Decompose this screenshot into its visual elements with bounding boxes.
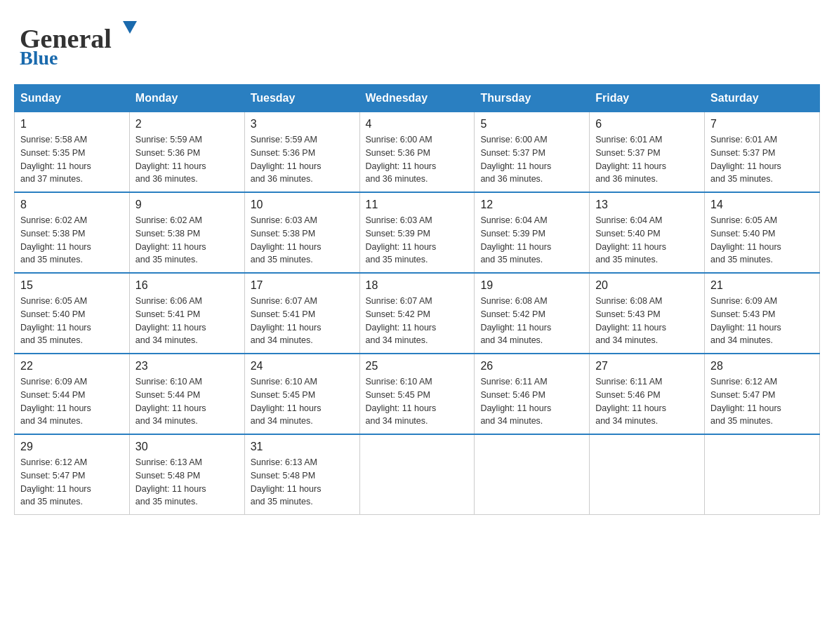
day-number: 26: [480, 360, 583, 373]
day-info: Sunrise: 6:11 AM Sunset: 5:46 PM Dayligh…: [595, 375, 699, 428]
calendar-header-row: SundayMondayTuesdayWednesdayThursdayFrid…: [15, 85, 820, 112]
day-number: 16: [135, 279, 239, 292]
day-info: Sunrise: 6:01 AM Sunset: 5:37 PM Dayligh…: [710, 133, 814, 186]
day-info: Sunrise: 6:09 AM Sunset: 5:44 PM Dayligh…: [20, 375, 124, 428]
header-wednesday: Wednesday: [359, 85, 475, 112]
header-tuesday: Tuesday: [244, 85, 359, 112]
calendar-cell: 19 Sunrise: 6:08 AM Sunset: 5:42 PM Dayl…: [475, 273, 590, 354]
day-number: 18: [366, 279, 469, 292]
calendar-cell: 16 Sunrise: 6:06 AM Sunset: 5:41 PM Dayl…: [129, 273, 244, 354]
day-number: 21: [710, 279, 814, 292]
calendar-cell: 23 Sunrise: 6:10 AM Sunset: 5:44 PM Dayl…: [129, 354, 244, 434]
calendar-cell: 15 Sunrise: 6:05 AM Sunset: 5:40 PM Dayl…: [15, 273, 130, 354]
day-info: Sunrise: 6:05 AM Sunset: 5:40 PM Dayligh…: [710, 214, 814, 267]
day-number: 4: [366, 118, 469, 130]
day-number: 13: [595, 199, 699, 211]
day-number: 15: [20, 279, 124, 292]
day-info: Sunrise: 6:03 AM Sunset: 5:39 PM Dayligh…: [366, 214, 469, 267]
calendar-cell: 29 Sunrise: 6:12 AM Sunset: 5:47 PM Dayl…: [15, 434, 130, 515]
day-info: Sunrise: 6:03 AM Sunset: 5:38 PM Dayligh…: [251, 214, 354, 267]
calendar-cell: 9 Sunrise: 6:02 AM Sunset: 5:38 PM Dayli…: [129, 192, 244, 273]
week-row-5: 29 Sunrise: 6:12 AM Sunset: 5:47 PM Dayl…: [15, 434, 820, 515]
calendar-cell: 3 Sunrise: 5:59 AM Sunset: 5:36 PM Dayli…: [244, 112, 359, 193]
day-info: Sunrise: 6:07 AM Sunset: 5:42 PM Dayligh…: [366, 295, 469, 347]
day-info: Sunrise: 6:00 AM Sunset: 5:36 PM Dayligh…: [366, 133, 469, 186]
day-number: 5: [480, 118, 583, 130]
calendar-cell: 31 Sunrise: 6:13 AM Sunset: 5:48 PM Dayl…: [244, 434, 359, 515]
calendar-cell: 10 Sunrise: 6:03 AM Sunset: 5:38 PM Dayl…: [244, 192, 359, 273]
day-info: Sunrise: 6:07 AM Sunset: 5:41 PM Dayligh…: [251, 295, 354, 347]
logo-image: General Blue: [14, 14, 140, 70]
svg-text:Blue: Blue: [20, 47, 58, 69]
calendar-cell: 7 Sunrise: 6:01 AM Sunset: 5:37 PM Dayli…: [705, 112, 820, 193]
day-number: 2: [135, 118, 239, 130]
day-info: Sunrise: 5:59 AM Sunset: 5:36 PM Dayligh…: [135, 133, 239, 186]
day-info: Sunrise: 6:01 AM Sunset: 5:37 PM Dayligh…: [595, 133, 699, 186]
day-number: 12: [480, 199, 583, 211]
day-number: 19: [480, 279, 583, 292]
day-info: Sunrise: 6:12 AM Sunset: 5:47 PM Dayligh…: [710, 375, 814, 428]
day-number: 31: [251, 441, 354, 453]
day-info: Sunrise: 6:08 AM Sunset: 5:43 PM Dayligh…: [595, 295, 699, 347]
day-number: 6: [595, 118, 699, 130]
svg-marker-1: [123, 21, 137, 34]
calendar-cell: 5 Sunrise: 6:00 AM Sunset: 5:37 PM Dayli…: [475, 112, 590, 193]
day-number: 25: [366, 360, 469, 373]
day-number: 20: [595, 279, 699, 292]
day-info: Sunrise: 6:02 AM Sunset: 5:38 PM Dayligh…: [20, 214, 124, 267]
day-info: Sunrise: 6:05 AM Sunset: 5:40 PM Dayligh…: [20, 295, 124, 347]
day-number: 9: [135, 199, 239, 211]
day-info: Sunrise: 6:10 AM Sunset: 5:44 PM Dayligh…: [135, 375, 239, 428]
day-number: 22: [20, 360, 124, 373]
calendar-cell: 17 Sunrise: 6:07 AM Sunset: 5:41 PM Dayl…: [244, 273, 359, 354]
week-row-4: 22 Sunrise: 6:09 AM Sunset: 5:44 PM Dayl…: [15, 354, 820, 434]
day-number: 3: [251, 118, 354, 130]
day-info: Sunrise: 6:00 AM Sunset: 5:37 PM Dayligh…: [480, 133, 583, 186]
calendar-cell: 4 Sunrise: 6:00 AM Sunset: 5:36 PM Dayli…: [359, 112, 475, 193]
day-number: 23: [135, 360, 239, 373]
calendar-cell: 24 Sunrise: 6:10 AM Sunset: 5:45 PM Dayl…: [244, 354, 359, 434]
calendar-cell: 22 Sunrise: 6:09 AM Sunset: 5:44 PM Dayl…: [15, 354, 130, 434]
calendar-cell: 6 Sunrise: 6:01 AM Sunset: 5:37 PM Dayli…: [590, 112, 705, 193]
day-info: Sunrise: 6:11 AM Sunset: 5:46 PM Dayligh…: [480, 375, 583, 428]
day-info: Sunrise: 6:09 AM Sunset: 5:43 PM Dayligh…: [710, 295, 814, 347]
page-header: General Blue: [14, 14, 820, 70]
calendar-cell: 12 Sunrise: 6:04 AM Sunset: 5:39 PM Dayl…: [475, 192, 590, 273]
calendar-cell: 13 Sunrise: 6:04 AM Sunset: 5:40 PM Dayl…: [590, 192, 705, 273]
day-number: 17: [251, 279, 354, 292]
calendar-cell: [705, 434, 820, 515]
day-number: 11: [366, 199, 469, 211]
day-number: 14: [710, 199, 814, 211]
calendar-cell: 21 Sunrise: 6:09 AM Sunset: 5:43 PM Dayl…: [705, 273, 820, 354]
day-info: Sunrise: 6:02 AM Sunset: 5:38 PM Dayligh…: [135, 214, 239, 267]
calendar-cell: [475, 434, 590, 515]
week-row-2: 8 Sunrise: 6:02 AM Sunset: 5:38 PM Dayli…: [15, 192, 820, 273]
day-info: Sunrise: 6:13 AM Sunset: 5:48 PM Dayligh…: [135, 456, 239, 509]
calendar-cell: [359, 434, 475, 515]
calendar-cell: 20 Sunrise: 6:08 AM Sunset: 5:43 PM Dayl…: [590, 273, 705, 354]
logo: General Blue: [14, 14, 140, 70]
calendar-cell: 28 Sunrise: 6:12 AM Sunset: 5:47 PM Dayl…: [705, 354, 820, 434]
calendar-cell: 26 Sunrise: 6:11 AM Sunset: 5:46 PM Dayl…: [475, 354, 590, 434]
header-friday: Friday: [590, 85, 705, 112]
day-number: 7: [710, 118, 814, 130]
day-number: 24: [251, 360, 354, 373]
day-info: Sunrise: 6:12 AM Sunset: 5:47 PM Dayligh…: [20, 456, 124, 509]
header-saturday: Saturday: [705, 85, 820, 112]
calendar-cell: 18 Sunrise: 6:07 AM Sunset: 5:42 PM Dayl…: [359, 273, 475, 354]
day-info: Sunrise: 6:08 AM Sunset: 5:42 PM Dayligh…: [480, 295, 583, 347]
calendar-cell: 27 Sunrise: 6:11 AM Sunset: 5:46 PM Dayl…: [590, 354, 705, 434]
day-number: 29: [20, 441, 124, 453]
week-row-3: 15 Sunrise: 6:05 AM Sunset: 5:40 PM Dayl…: [15, 273, 820, 354]
day-info: Sunrise: 6:10 AM Sunset: 5:45 PM Dayligh…: [251, 375, 354, 428]
header-sunday: Sunday: [15, 85, 130, 112]
day-info: Sunrise: 6:10 AM Sunset: 5:45 PM Dayligh…: [366, 375, 469, 428]
header-thursday: Thursday: [475, 85, 590, 112]
calendar-table: SundayMondayTuesdayWednesdayThursdayFrid…: [14, 84, 820, 515]
calendar-cell: [590, 434, 705, 515]
day-info: Sunrise: 5:59 AM Sunset: 5:36 PM Dayligh…: [251, 133, 354, 186]
day-number: 27: [595, 360, 699, 373]
day-number: 28: [710, 360, 814, 373]
header-monday: Monday: [129, 85, 244, 112]
calendar-cell: 2 Sunrise: 5:59 AM Sunset: 5:36 PM Dayli…: [129, 112, 244, 193]
